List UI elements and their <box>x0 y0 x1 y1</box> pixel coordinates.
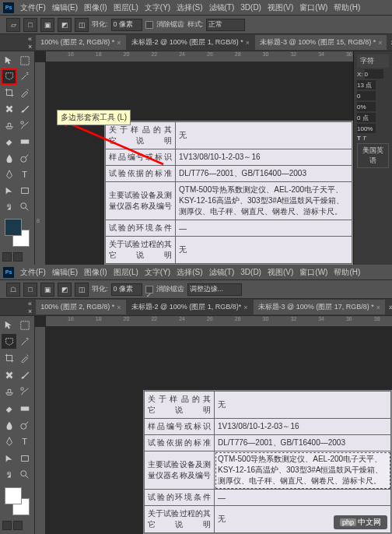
menu-help[interactable]: 帮助(H) <box>331 265 363 279</box>
value-input-1[interactable] <box>357 91 376 100</box>
antialias-checkbox[interactable] <box>145 286 153 293</box>
menu-type[interactable]: 文字(Y) <box>142 265 173 279</box>
tool-preset-icon[interactable]: ☖ <box>6 283 20 297</box>
menu-filter[interactable]: 滤镜(T) <box>206 265 238 279</box>
quickmask-icon[interactable] <box>2 252 12 262</box>
zoom-tool-icon[interactable] <box>17 199 32 214</box>
menu-select[interactable]: 选择(S) <box>173 1 205 15</box>
brush-tool-icon[interactable] <box>17 367 32 382</box>
close-icon[interactable]: × <box>117 39 121 47</box>
size-input[interactable] <box>357 80 376 90</box>
menu-file[interactable]: 文件(F) <box>17 265 49 279</box>
menu-window[interactable]: 窗口(W) <box>296 265 331 279</box>
clone-stamp-tool-icon[interactable] <box>2 385 16 399</box>
document-tab-3[interactable]: 未标题-3 @ 100% (图层 17, RGB/8) *× <box>254 300 385 314</box>
menu-image[interactable]: 图像(I) <box>81 1 110 15</box>
scale-input[interactable] <box>357 124 376 133</box>
menu-edit[interactable]: 编辑(E) <box>49 265 81 279</box>
percent-input[interactable] <box>357 102 376 111</box>
menu-3d[interactable]: 3D(D) <box>237 2 264 13</box>
type-tool-icon[interactable]: T <box>17 434 32 449</box>
gradient-tool-icon[interactable] <box>17 401 32 416</box>
menu-file[interactable]: 文件(F) <box>17 1 49 15</box>
canvas[interactable]: 161820222426283032343638404244 8 多边形套索工具… <box>35 51 353 265</box>
type-tool-icon[interactable]: T <box>17 167 32 181</box>
menu-layer[interactable]: 图层(L) <box>110 1 142 15</box>
blur-tool-icon[interactable] <box>2 150 16 165</box>
close-icon[interactable]: × <box>117 304 121 311</box>
menu-layer[interactable]: 图层(L) <box>110 265 142 279</box>
history-brush-tool-icon[interactable] <box>17 385 32 399</box>
boolean-intersect-icon[interactable]: ◫ <box>75 18 89 32</box>
menu-image[interactable]: 图像(I) <box>81 265 110 279</box>
magic-wand-tool-icon[interactable] <box>17 334 32 349</box>
eyedropper-tool-icon[interactable] <box>17 351 32 366</box>
refine-edge-button[interactable]: 调整边缘... <box>187 283 242 296</box>
tool-preset-icon[interactable]: ▱ <box>6 18 20 32</box>
screenmode-icon[interactable] <box>13 521 23 530</box>
boolean-intersect-icon[interactable]: ◫ <box>75 283 89 297</box>
text-bold-icon[interactable]: T <box>357 135 361 142</box>
hand-tool-icon[interactable] <box>2 468 16 483</box>
canvas[interactable]: 161820222426283032343638404244 关 于 样 品 的… <box>35 316 392 534</box>
tab-overflow-icon[interactable]: » <box>386 303 392 311</box>
indent-input[interactable] <box>357 113 376 122</box>
dodge-tool-icon[interactable] <box>17 417 32 432</box>
menu-type[interactable]: 文字(Y) <box>142 1 173 15</box>
menu-edit[interactable]: 编辑(E) <box>49 1 81 15</box>
boolean-subtract-icon[interactable]: ◩ <box>58 18 72 32</box>
move-tool-icon[interactable] <box>2 53 16 68</box>
language-button[interactable]: 美国英语 <box>357 143 389 168</box>
menu-help[interactable]: 帮助(H) <box>331 1 363 15</box>
close-icon[interactable]: × <box>376 304 380 311</box>
antialias-checkbox[interactable] <box>145 21 153 29</box>
feather-input[interactable] <box>111 283 142 296</box>
menu-window[interactable]: 窗口(W) <box>296 1 331 15</box>
pen-tool-icon[interactable] <box>2 167 16 181</box>
eraser-tool-icon[interactable] <box>2 135 16 149</box>
eraser-tool-icon[interactable] <box>2 401 16 416</box>
x-input[interactable] <box>365 69 383 79</box>
clone-stamp-tool-icon[interactable] <box>2 118 16 133</box>
boolean-new-icon[interactable]: □ <box>23 283 37 297</box>
crop-tool-icon[interactable] <box>2 86 16 100</box>
panel-tab-character[interactable]: 字符 <box>357 54 389 68</box>
feather-input[interactable] <box>111 19 142 31</box>
tab-nav-icon[interactable]: « × <box>28 35 32 51</box>
rectangle-tool-icon[interactable] <box>17 451 32 465</box>
zoom-tool-icon[interactable] <box>17 468 32 483</box>
crop-tool-icon[interactable] <box>2 351 16 366</box>
foreground-color[interactable] <box>5 487 22 504</box>
document-tab-1[interactable]: 100% (图层 2, RGB/8) *× <box>36 35 125 50</box>
document-tab-3[interactable]: 未标题-3 @ 100% (图层 15, RGB/8) *× <box>255 35 387 50</box>
spot-heal-tool-icon[interactable] <box>2 102 16 117</box>
color-swatch[interactable] <box>5 219 30 247</box>
close-icon[interactable]: × <box>378 39 382 47</box>
menu-select[interactable]: 选择(S) <box>173 265 205 279</box>
boolean-add-icon[interactable]: ▣ <box>40 283 54 297</box>
pen-tool-icon[interactable] <box>2 434 16 449</box>
document-tab-2[interactable]: 未标题-2 @ 100% (图层 1, RGB/8) *× <box>127 35 254 50</box>
style-dropdown[interactable]: 正常 <box>206 19 245 31</box>
history-brush-tool-icon[interactable] <box>17 118 32 133</box>
tab-nav-icon[interactable]: « × <box>28 300 32 315</box>
boolean-add-icon[interactable]: ▣ <box>40 18 54 32</box>
gradient-tool-icon[interactable] <box>17 135 32 149</box>
lasso-tool-icon[interactable] <box>2 334 16 349</box>
move-tool-icon[interactable] <box>2 318 16 332</box>
color-swatch[interactable] <box>5 487 30 515</box>
brush-tool-icon[interactable] <box>17 102 32 117</box>
marquee-tool-icon[interactable] <box>17 318 32 332</box>
path-select-tool-icon[interactable] <box>2 451 16 465</box>
dodge-tool-icon[interactable] <box>17 150 32 165</box>
document-tab-1[interactable]: 100% (图层 2, RGB/8) *× <box>36 300 125 314</box>
screenmode-icon[interactable] <box>13 252 23 262</box>
marquee-tool-icon[interactable] <box>17 53 32 68</box>
eyedropper-tool-icon[interactable] <box>17 86 32 100</box>
menu-view[interactable]: 视图(V) <box>264 265 296 279</box>
quickmask-icon[interactable] <box>2 521 12 530</box>
menu-filter[interactable]: 滤镜(T) <box>206 1 238 15</box>
menu-view[interactable]: 视图(V) <box>264 1 296 15</box>
boolean-subtract-icon[interactable]: ◩ <box>58 283 72 297</box>
foreground-color[interactable] <box>5 219 22 236</box>
